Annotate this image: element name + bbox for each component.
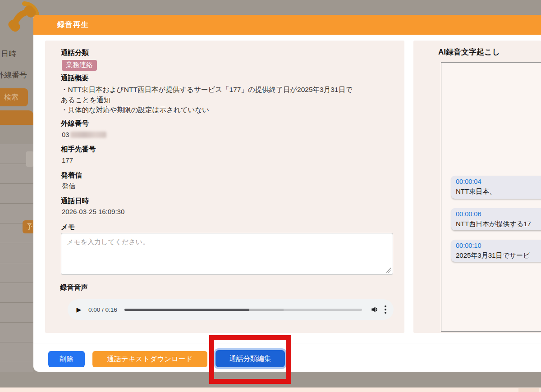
redacted-number [70,132,106,138]
summary-line-3: ・具体的な対応や期限の設定は示されていない [61,105,353,115]
direction-value: 発信 [62,182,75,191]
transcript-item[interactable]: 00:00:04 NTT東日本、 [451,176,541,199]
call-datetime-value: 2026-03-25 16:09:30 [62,208,124,215]
screen: 日時 外線番号 検索 予 録音再生 通話分類 業務連絡 通話概要 ・NTT東日本… [0,0,541,392]
transcription-title: AI録音文字起こし [438,47,500,57]
bg-search-button[interactable]: 検索 [0,88,28,106]
transcription-panel: AI録音文字起こし 00:00:04 NTT東日本、 00:00:06 NTT西… [413,41,541,333]
outside-line-prefix: 03 [62,131,69,138]
bg-bottom-strip [0,387,541,392]
bg-datetime-label: 日時 [1,49,16,59]
modal-title: 録音再生 [57,20,89,30]
bg-table-cell [26,151,33,167]
call-datetime-label: 通話日時 [61,196,89,206]
counterpart-value: 177 [62,156,73,164]
transcript-timestamp[interactable]: 00:00:10 [456,241,541,251]
transcription-box: 00:00:04 NTT東日本、 00:00:06 NTT西日本が提供する17 … [441,62,541,332]
transcript-text: NTT東日本、 [456,187,541,196]
memo-label: メモ [61,223,75,232]
volume-icon[interactable] [370,305,379,314]
summary-text: ・NTT東日本およびNTT西日本が提供するサービス「177」の提供終了日が202… [61,85,353,115]
audio-player: ▶ 0:00 / 0:16 [68,299,394,320]
transcript-timestamp[interactable]: 00:00:06 [456,210,541,219]
transcript-text: 2025年3月31日でサービ [456,251,541,260]
summary-line-2: あることを通知 [61,95,353,105]
audio-time: 0:00 / 0:16 [88,306,117,313]
delete-button[interactable]: 削除 [48,351,85,367]
bg-bottom-strip-box [518,388,539,392]
transcript-item[interactable]: 00:00:10 2025年3月31日でサービ [451,240,541,262]
transcript-timestamp[interactable]: 00:00:04 [456,177,541,187]
audio-label: 録音音声 [60,283,88,292]
modal-header: 録音再生 [33,15,541,35]
audio-progress-slider[interactable] [124,309,362,311]
call-detail-panel: 通話分類 業務連絡 通話概要 ・NTT東日本およびNTT西日本が提供するサービス… [45,41,404,333]
download-text-button[interactable]: 通話テキストダウンロード [92,351,207,367]
outside-line-value: 03 [62,131,106,138]
direction-label: 発着信 [61,171,82,180]
edit-classification-button[interactable]: 通話分類編集 [215,350,285,367]
classification-label: 通話分類 [61,48,89,58]
classification-badge: 業務連絡 [62,60,97,71]
outside-line-label: 外線番号 [61,119,89,128]
counterpart-label: 相手先番号 [61,145,96,154]
kebab-menu-icon[interactable] [385,305,386,314]
play-icon[interactable]: ▶ [74,305,84,315]
bg-table-rows [0,144,33,372]
summary-label: 通話概要 [61,73,89,83]
summary-line-1: ・NTT東日本およびNTT西日本が提供するサービス「177」の提供終了日が202… [61,85,353,95]
bg-line-number-label: 外線番号 [0,70,27,80]
transcript-text: NTT西日本が提供する17 [456,219,541,228]
recording-playback-modal: 録音再生 通話分類 業務連絡 通話概要 ・NTT東日本およびNTT西日本が提供す… [33,15,541,372]
footer-divider [33,343,541,343]
memo-input[interactable] [61,233,393,275]
bg-orange-tab [0,110,33,125]
transcript-item[interactable]: 00:00:06 NTT西日本が提供する17 [451,208,541,230]
